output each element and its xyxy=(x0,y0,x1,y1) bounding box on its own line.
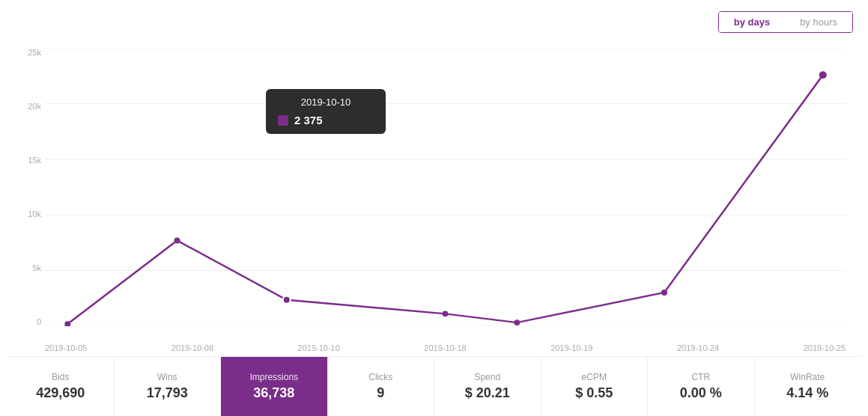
data-point-6 xyxy=(661,290,667,296)
stat-wins[interactable]: Wins 17,793 xyxy=(115,357,222,416)
x-label-4: 2019-10-18 xyxy=(424,343,466,352)
stat-impressions-label: Impressions xyxy=(249,372,298,382)
stat-bids[interactable]: Bids 429,690 xyxy=(7,357,115,416)
stat-spend[interactable]: Spend $ 20.21 xyxy=(434,357,541,416)
stat-spend-label: Spend xyxy=(474,372,500,382)
line-chart xyxy=(45,48,846,326)
stat-wins-label: Wins xyxy=(157,372,177,382)
x-axis: 2019-10-05 2019-10-08 2019-10-10 2019-10… xyxy=(45,343,846,352)
y-label-15k: 15k xyxy=(28,156,41,165)
stat-impressions[interactable]: Impressions 36,738 xyxy=(221,357,328,416)
stat-ctr-value: 0.00 % xyxy=(680,385,722,401)
x-label-7: 2019-10-25 xyxy=(804,343,846,352)
stat-winrate-label: WinRate xyxy=(790,372,825,382)
chart-line xyxy=(67,75,822,324)
x-label-2: 2019-10-08 xyxy=(172,343,213,352)
by-hours-button[interactable]: by hours xyxy=(785,12,852,32)
chart-area: 25k 20k 15k 10k 5k 0 xyxy=(7,40,861,356)
chart-svg-wrapper: 2019-10-10 2 375 xyxy=(45,48,846,326)
stat-bids-label: Bids xyxy=(52,372,69,382)
data-point-5 xyxy=(514,319,520,325)
data-point-4 xyxy=(442,311,448,316)
data-point-2 xyxy=(174,238,180,244)
stat-winrate-value: 4.14 % xyxy=(786,385,828,401)
x-label-1: 2019-10-05 xyxy=(45,343,87,352)
view-toggle: by days by hours xyxy=(718,11,853,33)
stat-impressions-value: 36,738 xyxy=(253,385,294,401)
data-point-7 xyxy=(819,71,827,79)
stat-bids-value: 429,690 xyxy=(36,385,85,401)
stat-clicks[interactable]: Clicks 9 xyxy=(328,357,435,416)
bottom-stats-bar: Bids 429,690 Wins 17,793 Impressions 36,… xyxy=(7,356,861,416)
stat-ctr[interactable]: CTR 0.00 % xyxy=(648,357,755,416)
data-point-active xyxy=(283,296,291,304)
x-label-5: 2019-10-19 xyxy=(550,343,592,352)
stat-clicks-value: 9 xyxy=(377,385,384,401)
x-label-6: 2019-10-24 xyxy=(677,343,719,352)
stat-ecpm[interactable]: eCPM $ 0.55 xyxy=(541,357,649,416)
y-label-10k: 10k xyxy=(28,209,41,218)
stat-clicks-label: Clicks xyxy=(368,372,392,382)
y-label-20k: 20k xyxy=(28,102,41,111)
x-label-3: 2019-10-10 xyxy=(298,343,340,352)
y-label-25k: 25k xyxy=(28,48,41,57)
y-axis: 25k 20k 15k 10k 5k 0 xyxy=(11,48,41,326)
stat-ecpm-value: $ 0.55 xyxy=(575,385,613,401)
by-days-button[interactable]: by days xyxy=(719,12,785,32)
stat-wins-value: 17,793 xyxy=(147,385,188,401)
main-container: by days by hours 25k 20k 15k 10k 5k 0 xyxy=(0,0,868,416)
stat-spend-value: $ 20.21 xyxy=(465,385,510,401)
stat-ecpm-label: eCPM xyxy=(582,372,607,382)
y-label-5k: 5k xyxy=(32,263,41,272)
stat-ctr-label: CTR xyxy=(691,372,710,382)
stat-winrate[interactable]: WinRate 4.14 % xyxy=(755,357,861,416)
y-label-0: 0 xyxy=(37,317,41,326)
top-controls: by days by hours xyxy=(7,7,861,40)
